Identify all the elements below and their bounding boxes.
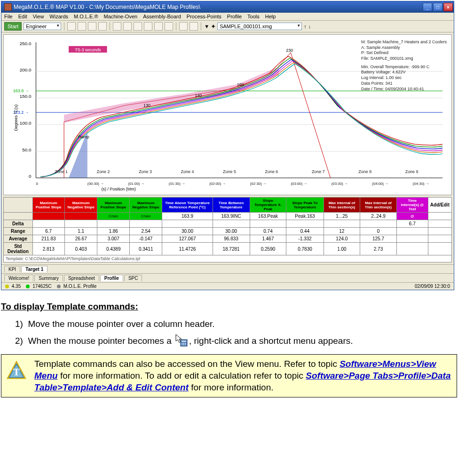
menu-mole[interactable]: M.O.L.E.® <box>74 14 98 19</box>
svg-text:TS-3 seconds: TS-3 seconds <box>75 48 101 52</box>
tab-summary[interactable]: Summary <box>34 275 63 281</box>
svg-text:250.0: 250.0 <box>20 41 32 46</box>
svg-text:160: 160 <box>237 82 244 87</box>
role-select[interactable]: Engineer <box>24 23 61 30</box>
maximize-button[interactable]: □ <box>433 3 442 11</box>
svg-text:Zone 2: Zone 2 <box>97 169 110 174</box>
close-button[interactable]: × <box>443 3 453 11</box>
menu-wizards[interactable]: Wizards <box>49 14 68 19</box>
menu-help[interactable]: Help <box>265 14 276 19</box>
menu-assembly-board[interactable]: Assembly-Board <box>143 14 181 19</box>
svg-text:Zone 4: Zone 4 <box>181 169 194 174</box>
tab-kpi[interactable]: KPI <box>4 266 20 272</box>
menu-edit[interactable]: Edit <box>18 14 27 19</box>
doc-step-2: 2) When the mouse pointer becomes a , ri… <box>15 333 457 349</box>
table-row-average: Average 211.83 26.67 3.007 -0.147 127.06… <box>4 235 452 243</box>
toolbar-icon-3[interactable] <box>88 22 96 31</box>
menu-tools[interactable]: Tools <box>247 14 260 19</box>
toolbar-icon-8[interactable] <box>144 22 152 31</box>
svg-rect-53 <box>183 344 184 345</box>
svg-text:0: 0 <box>29 174 32 179</box>
column-header[interactable]: Slope Peak To Temperature <box>286 198 324 213</box>
svg-text:(s) / Position (Mm): (s) / Position (Mm) <box>102 187 136 191</box>
toolbar-icon-9[interactable] <box>154 22 163 31</box>
toolbar-icon-7[interactable] <box>134 22 142 31</box>
window-buttons: _ □ × <box>423 3 453 11</box>
svg-text:(04:30) →: (04:30) → <box>413 182 429 186</box>
status-left: 4.35 174625C M.O.L.E. Profile <box>5 284 96 289</box>
tab-profile[interactable]: Profile <box>100 275 123 281</box>
nav-down-icon[interactable]: ↓ <box>308 24 311 29</box>
separator <box>176 22 176 31</box>
menu-profile[interactable]: Profile <box>227 14 242 19</box>
svg-text:Zone 8: Zone 8 <box>358 169 371 174</box>
nav-up-icon[interactable]: ↑ <box>304 24 307 29</box>
toolbar-icon-5[interactable] <box>113 22 121 31</box>
titlebar: MegaM.O.L.E.® MAP V1.00 - C:\My Document… <box>1 1 454 13</box>
toolbar-icon-11[interactable] <box>179 22 188 31</box>
table-subheader-row: C/sec C/sec 163.9 163.9INC 163.Peak Peak… <box>4 213 452 220</box>
tab-spreadsheet[interactable]: Spreadsheet <box>64 275 99 281</box>
info-interval: Log Interval: 1.00 sec <box>361 75 447 81</box>
svg-text:0: 0 <box>36 182 38 186</box>
svg-rect-50 <box>183 343 184 344</box>
svg-text:130: 130 <box>143 103 150 108</box>
start-button[interactable]: Start <box>4 22 22 31</box>
tab-spc[interactable]: SPC <box>124 275 142 281</box>
svg-text:(03:00) →: (03:00) → <box>291 182 307 186</box>
doc-section: To display Template commands: 1) Move th… <box>1 301 457 349</box>
column-header[interactable]: Max Internal of Thin section(s) <box>360 198 397 213</box>
svg-rect-52 <box>182 344 183 345</box>
svg-text:Degrees °C(s): Degrees °C(s) <box>14 104 18 131</box>
tab-target1[interactable]: Target 1 <box>21 266 47 272</box>
svg-text:Zone 9: Zone 9 <box>405 169 419 174</box>
column-header[interactable]: Maximum Positive Slope <box>97 198 129 213</box>
svg-text:200.0: 200.0 <box>20 67 32 72</box>
column-header[interactable]: Maximum Negative Slope <box>129 198 162 213</box>
blank-corner <box>4 198 33 213</box>
app-icon <box>4 3 12 11</box>
chart-area[interactable]: 0 50.0 100.0 150.0 200.0 250.0 163.9 → 1… <box>3 34 452 195</box>
info-machine: M: Sample Machine_7 Heaters and 2 Cooler… <box>361 40 447 45</box>
tab-welcome[interactable]: Welcome! <box>4 275 33 281</box>
menu-process-points[interactable]: Process-Points <box>187 14 221 19</box>
svg-text:(00:30) →: (00:30) → <box>87 182 104 186</box>
column-header[interactable]: Time Between Temperature <box>213 198 250 213</box>
svg-text:Zone 3: Zone 3 <box>139 169 152 174</box>
column-header[interactable]: Time Above Temperature Reference Point (… <box>162 198 213 213</box>
minimize-button[interactable]: _ <box>423 3 432 11</box>
info-file: File: SAMPLE_000101.xmg <box>361 56 447 62</box>
menu-machine-oven[interactable]: Machine-Oven <box>104 14 138 19</box>
toolbar-icon-10[interactable] <box>165 22 173 31</box>
column-header[interactable]: Time Internal(s) @ Test <box>396 198 428 213</box>
app-window: MegaM.O.L.E.® MAP V1.00 - C:\My Document… <box>1 1 454 290</box>
table-template-row: Template: C:\ECD\MegaMoleMAP\Templates\D… <box>4 255 452 262</box>
svg-text:Ramp: Ramp <box>78 135 89 139</box>
svg-text:(02:00) →: (02:00) → <box>209 182 226 186</box>
toolbar-icon-12[interactable] <box>190 22 198 31</box>
file-select[interactable]: SAMPLE_000101.xmg <box>217 23 302 30</box>
table-row-stddev: Std Deviation 2.813 0.403 0.4389 0.3411 … <box>4 243 452 255</box>
column-header[interactable]: Slope Temperature X-Peak <box>250 198 286 213</box>
info-mintemp: Min. Overall Temperature: -999.90 C <box>361 64 447 70</box>
toolbar-icon-4[interactable] <box>98 22 107 31</box>
menu-file[interactable]: File <box>4 14 13 19</box>
info-datetime: Date / Time: 04/09/2004 10:40:41 <box>361 87 447 92</box>
column-header[interactable]: Maximum Negative Slope <box>64 198 97 213</box>
toolbar: Start Engineer ▼ ✦ SAMPLE_000101.xmg ↑ ↓ <box>1 21 454 32</box>
separator <box>110 22 110 31</box>
svg-text:T: T <box>13 367 20 377</box>
data-table: Maximum Positive Slope Maximum Negative … <box>3 197 452 262</box>
add-edit-header[interactable]: Add/Edit <box>428 198 451 213</box>
menu-view[interactable]: View <box>33 14 44 19</box>
status-led-icon <box>57 285 61 288</box>
toolbar-icon-2[interactable] <box>78 22 86 31</box>
zoom-in-icon[interactable]: ✦ <box>211 24 215 30</box>
cursor-calculator-icon <box>175 336 188 347</box>
zoom-out-icon[interactable]: ▼ <box>204 24 209 29</box>
column-header[interactable]: Maximum Positive Slope <box>32 198 64 213</box>
toolbar-icon-6[interactable] <box>123 22 132 31</box>
info-points: Data Points: 341 <box>361 81 447 87</box>
toolbar-icon-1[interactable] <box>67 22 76 31</box>
column-header[interactable]: Max Internal of Thin section(s) <box>324 198 360 213</box>
